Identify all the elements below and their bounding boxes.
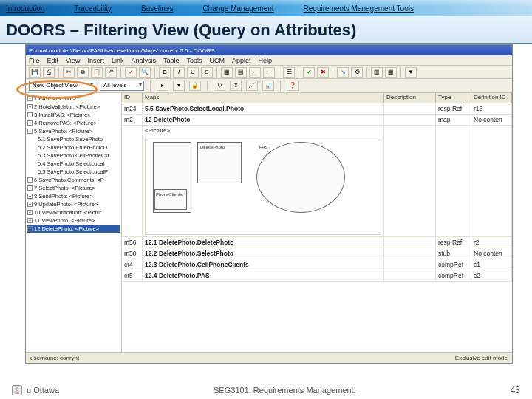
window-title: Formal module '/Demo/PASUserLevel/ucm/Ma…	[29, 47, 215, 54]
tree-node[interactable]: +10 ViewNotification: <Pictur	[27, 208, 120, 216]
underline-icon[interactable]: U	[187, 67, 199, 78]
lock-icon[interactable]: 🔒	[189, 81, 201, 91]
chart-icon[interactable]: 📊	[262, 81, 274, 91]
view-combo[interactable]: New Object View	[29, 81, 95, 91]
course-label: SEG3101. Requirements Management.	[214, 386, 356, 395]
accept-icon[interactable]: ✔	[303, 67, 315, 78]
link-icon[interactable]: ↘	[337, 67, 349, 78]
save-icon[interactable]: 💾	[29, 67, 41, 78]
menu-file[interactable]: File	[29, 57, 40, 64]
insert-col-icon[interactable]: ▥	[371, 67, 383, 78]
italic-icon[interactable]: I	[173, 67, 185, 78]
table-row[interactable]: m5612.1 DeletePhoto.DeletePhotoresp.Refr…	[122, 237, 512, 248]
demote-icon[interactable]: →	[263, 67, 275, 78]
cut-icon[interactable]: ✂	[63, 67, 75, 78]
strike-icon[interactable]: S	[201, 67, 213, 78]
menu-insert[interactable]: Insert	[87, 57, 104, 64]
tree-node[interactable]: +7 SelectPhoto: <Picture>	[27, 184, 120, 192]
university-logo: ⛪ u Ottawa	[12, 385, 59, 395]
col-id[interactable]: ID	[122, 93, 143, 103]
bold-icon[interactable]: B	[159, 67, 171, 78]
tree-node[interactable]: +6 SavePhoto.Comments: <P	[27, 176, 120, 184]
tree-node[interactable]: -12 DeletePhoto: <Picture>	[27, 225, 120, 233]
tree-node[interactable]: +9 UpdatePhoto: <Picture>	[27, 200, 120, 208]
menu-bar: File Edit View Insert Link Analysis Tabl…	[26, 55, 512, 66]
outline-icon[interactable]: ☰	[283, 67, 295, 78]
find-icon[interactable]: 🔍	[139, 67, 151, 78]
tree-node[interactable]: -1 PAS: <Picture>	[27, 95, 120, 103]
props-icon[interactable]: ⚙	[351, 67, 363, 78]
nav-traceability[interactable]: Traceability	[74, 4, 112, 13]
col-desc[interactable]: Description	[384, 93, 436, 103]
tree-node[interactable]: 5.1 SavePhoto.SavePhoto	[27, 135, 120, 143]
table-row[interactable]: m212 DeletePhotomapNo conten	[122, 115, 512, 126]
graph-icon[interactable]: 📈	[246, 81, 258, 91]
page-number: 43	[511, 385, 520, 395]
promote-icon[interactable]: ←	[249, 67, 261, 78]
menu-analysis[interactable]: Analysis	[131, 57, 156, 64]
doors-screenshot: Formal module '/Demo/PASUserLevel/ucm/Ma…	[25, 44, 513, 364]
menu-table[interactable]: Table	[163, 57, 180, 64]
reject-icon[interactable]: ✖	[317, 67, 329, 78]
copy-icon[interactable]: ⧉	[77, 67, 89, 78]
tree-node[interactable]: +2 HotelValidator: <Picture>	[27, 103, 120, 111]
status-mode: Exclusive edit mode	[455, 355, 508, 361]
table-row[interactable]: <Picture>DeletePhotoPASPhoneClients	[122, 126, 512, 237]
undo-icon[interactable]: ↶	[105, 67, 117, 78]
grid-header: ID Maps Description Type Definition ID	[122, 93, 512, 103]
level-combo[interactable]: All levels	[100, 81, 144, 91]
grid-body[interactable]: m245.5 SavePhoto.SelectLocal.Photoresp.R…	[122, 103, 512, 352]
crest-icon: ⛪	[12, 385, 22, 395]
nav-req-mgmt-tools[interactable]: Requirements Management Tools	[304, 4, 414, 13]
nav-introduction[interactable]: Introduction	[6, 4, 44, 13]
tree-node[interactable]: -5 SavePhoto: <Picture>	[27, 127, 120, 135]
slide-footer: ⛪ u Ottawa SEG3101. Requirements Managem…	[0, 381, 532, 399]
col-main[interactable]: Maps	[143, 93, 384, 103]
status-user: username: conrynt	[30, 355, 79, 361]
col-def[interactable]: Definition ID	[471, 93, 512, 103]
nav-change-management[interactable]: Change Management	[202, 4, 273, 13]
spell-icon[interactable]: ✓	[125, 67, 137, 78]
menu-applet[interactable]: Applet	[232, 57, 251, 64]
menu-link[interactable]: Link	[112, 57, 124, 64]
status-bar: username: conrynt Exclusive edit mode	[26, 352, 512, 363]
print-icon[interactable]: 🖨	[43, 67, 55, 78]
tree-node[interactable]: +8 SendPhoto: <Picture>	[27, 192, 120, 200]
table-row[interactable]: m245.5 SavePhoto.SelectLocal.Photoresp.R…	[122, 103, 512, 115]
table-row[interactable]: cr512.4 DeletePhoto.PAScompRefc2	[122, 270, 512, 282]
nav-baselines[interactable]: Baselines	[141, 4, 173, 13]
slide-title: DOORS – Filtering View (Query on Attribu…	[0, 16, 532, 44]
tree-node[interactable]: 5.3 SavePhoto.CellPhoneClir	[27, 151, 120, 160]
university-name: u Ottawa	[27, 386, 59, 395]
tree-node[interactable]: 5.5 SavePhoto.SelectLocalP	[27, 168, 120, 176]
tree-node[interactable]: +3 InstallPAS: <Picture>	[27, 111, 120, 119]
menu-help[interactable]: Help	[259, 57, 273, 64]
export-icon[interactable]: ⇪	[230, 81, 242, 91]
new-below-icon[interactable]: ▤	[235, 67, 247, 78]
window-titlebar: Formal module '/Demo/PASUserLevel/ucm/Ma…	[26, 45, 512, 55]
workspace: -1 PAS: <Picture>+2 HotelValidator: <Pic…	[26, 92, 512, 352]
table-row[interactable]: cr412.3 DeletePhoto.CellPhoneClientscomp…	[122, 259, 512, 270]
table-row[interactable]: m5012.2 DeletePhoto.SelectPhotostubNo co…	[122, 248, 512, 259]
filter-icon[interactable]: ▼	[405, 67, 417, 78]
col-type[interactable]: Type	[436, 93, 471, 103]
expand-icon[interactable]: ▸	[157, 81, 168, 91]
toolbar: 💾 🖨 ✂ ⧉ 📋 ↶ ✓ 🔍 B I U S ▦ ▤ ← → ☰ ✔ ✖ ↘ …	[26, 66, 512, 79]
menu-tools[interactable]: Tools	[186, 57, 202, 64]
menu-view[interactable]: View	[66, 57, 80, 64]
table-icon[interactable]: ▦	[385, 67, 397, 78]
tree-node[interactable]: +11 ViewPhoto: <Picture>	[27, 216, 120, 225]
new-object-icon[interactable]: ▦	[221, 67, 233, 78]
paste-icon[interactable]: 📋	[91, 67, 103, 78]
help-icon[interactable]: ❓	[287, 81, 299, 91]
menu-ucm[interactable]: UCM	[209, 57, 225, 64]
refresh-icon[interactable]: ↻	[214, 81, 225, 91]
ucm-diagram: DeletePhotoPASPhoneClients	[145, 137, 381, 235]
module-tree[interactable]: -1 PAS: <Picture>+2 HotelValidator: <Pic…	[26, 93, 122, 352]
tree-node[interactable]: +4 RemovePAS: <Picture>	[27, 119, 120, 127]
tree-node[interactable]: 5.2 SavePhoto.EnterPhotoD	[27, 143, 120, 151]
tree-node[interactable]: 5.4 SavePhoto.SelectLocal	[27, 160, 120, 168]
selector-bar: New Object View All levels ▸ ▾ 🔒 ↻ ⇪ 📈 📊…	[26, 79, 512, 92]
menu-edit[interactable]: Edit	[47, 57, 59, 64]
collapse-icon[interactable]: ▾	[173, 81, 185, 91]
